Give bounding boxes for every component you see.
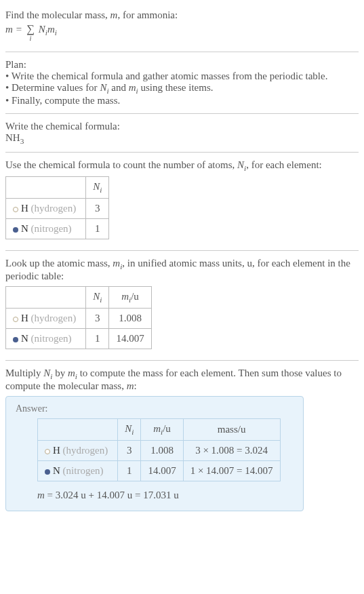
divider (5, 360, 359, 361)
n-value: 3 (86, 309, 109, 329)
chemical-formula: NH3 (5, 132, 359, 145)
intro-var-m: m (110, 9, 118, 20)
step3-pre: Look up the atomic mass, (5, 258, 113, 269)
step3-m: m (113, 258, 120, 269)
mass-value: 1 × 14.007 = 14.007 (183, 461, 280, 481)
step2-pre: Use the chemical formula to count the nu… (5, 159, 237, 170)
sum-under: i (29, 35, 31, 43)
nh-sub: 3 (20, 137, 24, 145)
elem-sym: H (21, 313, 28, 323)
col-mi: mi/u (109, 287, 151, 309)
n-value: 3 (86, 199, 109, 219)
element-cell: N (nitrogen) (6, 329, 86, 349)
step4-text: Multiply Ni by mi to compute the mass fo… (5, 368, 359, 392)
plan-b2-and: and (109, 82, 129, 93)
m-value: 1.008 (141, 441, 183, 461)
step1-section: Write the chemical formula: NH3 (5, 117, 359, 149)
plan-b2-m: m (129, 82, 136, 93)
formula-i2: i (55, 28, 57, 37)
m-value: 14.007 (141, 461, 183, 481)
blank-header (6, 287, 86, 309)
n-value: 1 (86, 219, 109, 239)
result-m: m (37, 490, 45, 500)
element-cell: N (nitrogen) (6, 219, 86, 239)
n-value: 3 (118, 441, 141, 461)
intro-line: Find the molecular mass, m, for ammonia: (5, 9, 359, 21)
formula-N: N (39, 24, 45, 35)
s4-mvar: m (127, 380, 134, 391)
a-col-m: m (153, 423, 161, 434)
hydrogen-dot-icon (13, 207, 18, 212)
sum-symbol: ∑ i (26, 24, 35, 42)
col-ni: Ni (86, 177, 109, 199)
step3-text: Look up the atomic mass, mi, in unified … (5, 258, 359, 282)
plan-b2-N: N (100, 82, 106, 93)
plan-bullet-1: • Write the chemical formula and gather … (5, 71, 359, 82)
step2-N: N (237, 159, 244, 170)
s4-N: N (43, 368, 50, 378)
table-row: H (hydrogen) 3 (6, 199, 109, 219)
elem-sym: N (21, 333, 28, 344)
a-col-Ni: i (132, 428, 134, 436)
plan-bullet-3: • Finally, compute the mass. (5, 95, 359, 106)
intro-section: Find the molecular mass, m, for ammonia:… (5, 5, 359, 49)
divider (5, 250, 359, 251)
plan-b2-pre: • Determine values for (5, 82, 100, 93)
elem-sym: H (53, 445, 60, 456)
formula-m: m (47, 24, 55, 35)
elem-name: (hydrogen) (28, 203, 76, 214)
s4-pre: Multiply (5, 368, 43, 378)
intro-suffix: , for ammonia: (117, 9, 178, 20)
formula-rhs: Nimi (39, 24, 57, 37)
elem-name: (hydrogen) (60, 445, 108, 456)
elem-name: (nitrogen) (60, 465, 104, 476)
atom-count-table: Ni H (hydrogen) 3 N (nitrogen) 1 (5, 176, 109, 239)
col-ni: Ni (86, 287, 109, 309)
plan-section: Plan: • Write the chemical formula and g… (5, 55, 359, 111)
answer-label: Answer: (16, 403, 294, 414)
table-header-row: Ni mi/u mass/u (38, 419, 281, 441)
col-i-text: i (100, 186, 102, 194)
s4-post: : (134, 380, 137, 391)
divider (5, 152, 359, 153)
a-col-N: N (125, 423, 132, 434)
mass-value: 3 × 1.008 = 3.024 (183, 441, 280, 461)
step3-section: Look up the atomic mass, mi, in unified … (5, 254, 359, 357)
sigma-icon: ∑ (26, 24, 35, 35)
elem-name: (nitrogen) (28, 223, 72, 234)
nh-text: NH (5, 132, 20, 143)
nitrogen-dot-icon (45, 469, 50, 475)
intro-formula: m = ∑ i Nimi (5, 21, 359, 45)
step2-post: , for each element: (246, 159, 322, 170)
col-ni: Ni (118, 419, 141, 441)
table-header-row: Ni (6, 177, 109, 199)
result-line: m = 3.024 u + 14.007 u = 17.031 u (37, 490, 294, 501)
blank-header (6, 177, 86, 199)
table-row: H (hydrogen) 3 1.008 3 × 1.008 = 3.024 (38, 441, 281, 461)
result-text: = 3.024 u + 14.007 u = 17.031 u (45, 490, 179, 500)
m-value: 14.007 (109, 329, 151, 349)
elem-sym: N (21, 223, 28, 234)
step4-section: Multiply Ni by mi to compute the mass fo… (5, 363, 359, 515)
elem-sym: N (53, 465, 60, 476)
plan-bullet-2: • Determine values for Ni and mi using t… (5, 82, 359, 95)
blank-header (38, 419, 118, 441)
m-value: 1.008 (109, 309, 151, 329)
plan-b2-post: using these items. (138, 82, 214, 93)
hydrogen-dot-icon (45, 449, 50, 454)
elem-name: (hydrogen) (28, 313, 76, 323)
col-N: N (93, 291, 100, 302)
table-row: N (nitrogen) 1 14.007 (6, 329, 152, 349)
answer-content: Ni mi/u mass/u H (hydrogen) 3 1.008 3 × … (37, 418, 294, 501)
step2-text: Use the chemical formula to count the nu… (5, 159, 359, 172)
col-mu: /u (131, 291, 139, 302)
element-cell: H (hydrogen) (38, 441, 118, 461)
element-cell: H (hydrogen) (6, 309, 86, 329)
answer-table: Ni mi/u mass/u H (hydrogen) 3 1.008 3 × … (37, 418, 281, 481)
s4-m: m (68, 368, 75, 378)
elem-name: (nitrogen) (28, 333, 72, 344)
step1-heading: Write the chemical formula: (5, 121, 359, 132)
col-N-text: N (93, 181, 100, 192)
element-cell: N (nitrogen) (38, 461, 118, 481)
col-Ni: i (100, 296, 102, 304)
